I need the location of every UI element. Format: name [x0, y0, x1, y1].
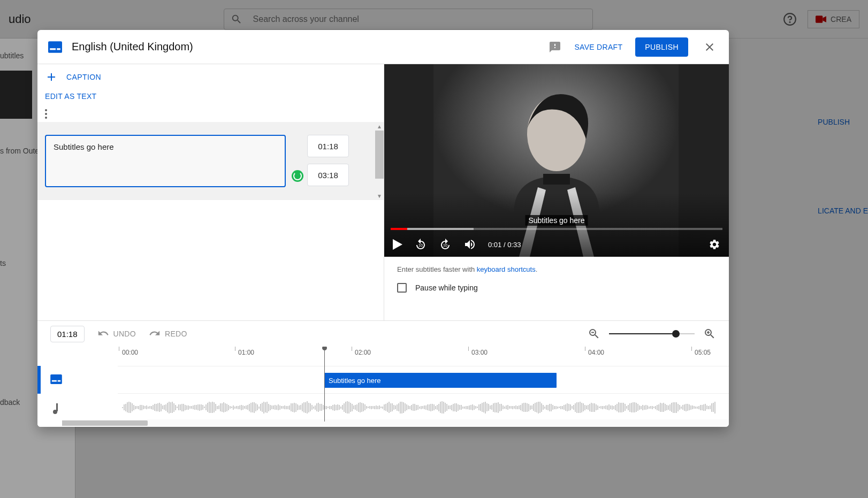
svg-rect-15 [591, 332, 594, 333]
close-button[interactable] [701, 39, 718, 56]
pause-checkbox[interactable] [397, 283, 407, 293]
svg-rect-18 [50, 374, 62, 384]
more-options-button[interactable] [37, 105, 384, 122]
audio-track-icon [52, 403, 60, 414]
subtitles-track-icon [50, 374, 62, 384]
svg-point-6 [45, 109, 47, 111]
dialog-header: English (United Kingdom) SAVE DRAFT PUBL… [37, 30, 729, 64]
play-button[interactable] [393, 239, 402, 250]
svg-point-7 [45, 113, 47, 115]
video-time: 0:01 / 0:33 [488, 241, 521, 249]
caption-pane: CAPTION EDIT AS TEXT 01:18 03:18 ▲ [37, 64, 384, 320]
redo-button[interactable]: REDO [149, 329, 187, 339]
save-draft-button[interactable]: SAVE DRAFT [574, 43, 622, 51]
add-caption-button[interactable]: CAPTION [37, 64, 384, 89]
keyboard-shortcuts-link[interactable]: keyboard shortcuts [477, 265, 536, 273]
timeline: 01:18 UNDO REDO 00:00 [37, 320, 729, 427]
kebab-icon [45, 109, 47, 119]
forward-icon: 10 [439, 238, 452, 251]
scroll-thumb[interactable] [375, 131, 384, 179]
video-progress-bar[interactable] [391, 228, 722, 230]
subtitle-track[interactable]: Subtitles go here [118, 366, 729, 394]
forward-10-button[interactable]: 10 [439, 238, 452, 251]
edit-as-text-button[interactable]: EDIT AS TEXT [37, 89, 384, 105]
undo-label: UNDO [113, 330, 136, 338]
svg-rect-19 [52, 380, 57, 382]
zoom-in-icon[interactable] [703, 327, 716, 340]
svg-rect-20 [58, 380, 60, 382]
tick-2: 02:00 [355, 349, 371, 356]
add-caption-label: CAPTION [66, 73, 101, 81]
tick-4: 04:00 [588, 349, 604, 356]
plus-icon [45, 71, 58, 83]
end-time-input[interactable]: 03:18 [307, 164, 349, 186]
volume-icon [463, 238, 476, 251]
dialog-title: English (United Kingdom) [72, 41, 193, 53]
caption-scrollbar[interactable]: ▲ ▼ [375, 122, 384, 200]
tick-3: 03:00 [471, 349, 488, 356]
caption-list: 01:18 03:18 ▲ ▼ [37, 122, 384, 200]
svg-point-8 [45, 117, 47, 119]
close-icon [703, 41, 716, 53]
svg-text:10: 10 [418, 243, 423, 247]
zoom-out-icon[interactable] [588, 327, 600, 340]
rewind-icon: 10 [414, 238, 427, 251]
hint-suffix: . [536, 265, 538, 273]
svg-text:10: 10 [443, 243, 447, 247]
scroll-down-icon[interactable]: ▼ [375, 191, 384, 200]
waveform [122, 401, 725, 414]
subtitles-icon [48, 41, 62, 53]
zoom-slider[interactable] [609, 333, 695, 334]
play-icon [393, 239, 402, 250]
caption-row: 01:18 03:18 [45, 135, 376, 187]
timeline-toolbar: 01:18 UNDO REDO [37, 321, 729, 347]
svg-rect-5 [57, 48, 60, 50]
dialog-body: CAPTION EDIT AS TEXT 01:18 03:18 ▲ [37, 64, 729, 320]
timeline-left-column [37, 347, 62, 427]
start-time-input[interactable]: 01:18 [307, 135, 349, 157]
timeline-ruler[interactable]: 00:00 01:00 02:00 03:00 04:00 05:05 [118, 347, 729, 363]
svg-rect-3 [48, 41, 62, 53]
svg-rect-17 [708, 331, 709, 334]
timeline-body: 00:00 01:00 02:00 03:00 04:00 05:05 Subt… [37, 347, 729, 427]
rewind-10-button[interactable]: 10 [414, 238, 427, 251]
caption-block[interactable]: Subtitles go here [324, 373, 557, 388]
preview-pane: Subtitles go here 10 10 0:01 / 0:33 [384, 64, 729, 320]
timeline-horizontal-scrollbar[interactable] [37, 419, 729, 427]
settings-button[interactable] [709, 239, 720, 250]
video-controls: 10 10 0:01 / 0:33 [384, 232, 729, 257]
svg-rect-12 [543, 174, 570, 185]
svg-rect-4 [50, 48, 56, 50]
subtitle-editor-dialog: English (United Kingdom) SAVE DRAFT PUBL… [37, 30, 729, 427]
keyboard-hint: Enter subtitles faster with keyboard sho… [384, 257, 729, 279]
scroll-up-icon[interactable]: ▲ [375, 122, 384, 131]
pause-while-typing-row: Pause while typing [384, 279, 729, 301]
redo-icon [149, 329, 161, 339]
timeline-current-time[interactable]: 01:18 [50, 326, 85, 342]
caption-text-input[interactable] [45, 135, 286, 187]
feedback-icon[interactable] [549, 41, 561, 53]
gear-icon [709, 239, 720, 250]
redo-label: REDO [165, 330, 187, 338]
hint-prefix: Enter subtitles faster with [397, 265, 477, 273]
video-player[interactable]: Subtitles go here 10 10 0:01 / 0:33 [384, 64, 729, 257]
tick-5: 05:05 [695, 349, 711, 356]
undo-icon [97, 329, 109, 339]
undo-button[interactable]: UNDO [97, 329, 136, 339]
pause-label: Pause while typing [415, 284, 478, 292]
video-subtitle-overlay: Subtitles go here [525, 215, 588, 226]
svg-rect-22 [56, 403, 58, 411]
tick-1: 01:00 [238, 349, 254, 356]
audio-track[interactable] [118, 394, 729, 422]
publish-button[interactable]: PUBLISH [635, 37, 688, 57]
tick-0: 00:00 [122, 349, 138, 356]
playhead[interactable] [324, 347, 325, 422]
saving-indicator-icon [292, 170, 303, 182]
volume-button[interactable] [463, 238, 476, 251]
